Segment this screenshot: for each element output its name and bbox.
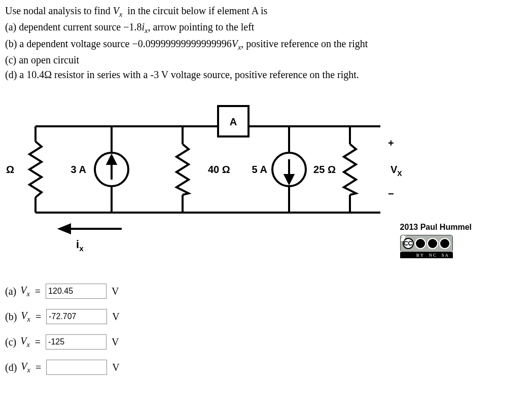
element-a-label: A	[230, 116, 237, 127]
by-icon	[415, 238, 426, 249]
answer-row-b: (b) Vx = V	[5, 309, 527, 324]
answer-row-c: (c) Vx = V	[5, 334, 527, 350]
cc-strip: BY NC SA	[400, 252, 453, 258]
part-b-post: , positive reference on the right	[241, 38, 368, 49]
cc-badge: CC $ BY NC SA	[400, 235, 453, 258]
r1-label: 10 Ω	[5, 164, 14, 175]
credit-text: 2013 Paul Hummel	[400, 223, 472, 232]
r2-label: 40 Ω	[208, 164, 230, 175]
part-b-var: V	[232, 38, 238, 49]
part-b-val: −0.09999999999999996	[132, 38, 231, 49]
answer-a-input[interactable]	[46, 284, 107, 299]
r3-label: 25 Ω	[313, 164, 336, 175]
src1-label: 3 A	[71, 164, 86, 175]
vx-plus: +	[388, 137, 394, 149]
part-d-r: 10.4Ω	[26, 69, 52, 80]
part-d-pre: (d) a	[5, 69, 26, 80]
answer-b-input[interactable]	[46, 309, 107, 324]
sa-icon	[439, 238, 450, 249]
answer-a-unit: V	[112, 286, 119, 297]
problem-statement: Use nodal analysis to find Vx in the cir…	[5, 4, 527, 82]
nc-icon: $	[427, 238, 438, 249]
answer-row-a: (a) Vx = V	[5, 284, 527, 299]
line1-pre: Use nodal analysis to find	[5, 5, 113, 16]
part-c: (c) an open circuit	[5, 53, 527, 67]
vx-minus: −	[388, 188, 394, 199]
credits-block: 2013 Paul Hummel CC $ BY NC	[400, 223, 472, 259]
answer-b-unit: V	[112, 311, 119, 323]
answer-d-label: (d)	[5, 362, 17, 373]
answer-d-input[interactable]	[46, 360, 107, 375]
answer-b-label: (b)	[5, 311, 17, 323]
circuit-diagram: A 10 Ω 3 A 40 Ω 5 A 25 Ω + VX − ix 2013 …	[5, 96, 472, 263]
answer-c-label: (c)	[5, 336, 16, 348]
line1-post: in the circuit below if element A is	[125, 5, 267, 16]
vx-var: V	[113, 5, 119, 16]
answer-a-label: (a)	[5, 286, 16, 297]
answers-block: (a) Vx = V (b) Vx = V (c) Vx = V (d) Vx …	[5, 284, 527, 375]
part-b-pre: (b) a dependent voltage source	[5, 38, 132, 49]
part-a-post: , arrow pointing to the left	[148, 21, 254, 32]
src2-label: 5 A	[252, 164, 267, 175]
answer-c-input[interactable]	[46, 334, 107, 350]
part-a-val: −1.8	[123, 21, 141, 32]
answer-d-unit: V	[112, 362, 119, 373]
answer-c-unit: V	[112, 336, 119, 348]
ix-label: ix	[76, 238, 84, 253]
vx-sub: x	[119, 10, 122, 18]
svg-marker-8	[60, 225, 70, 233]
part-a-pre: (a) dependent current source	[5, 21, 123, 32]
part-d-mid: resistor in series with a -3 V voltage s…	[52, 69, 359, 80]
vx-label: VX	[391, 164, 402, 178]
answer-row-d: (d) Vx = V	[5, 360, 527, 375]
